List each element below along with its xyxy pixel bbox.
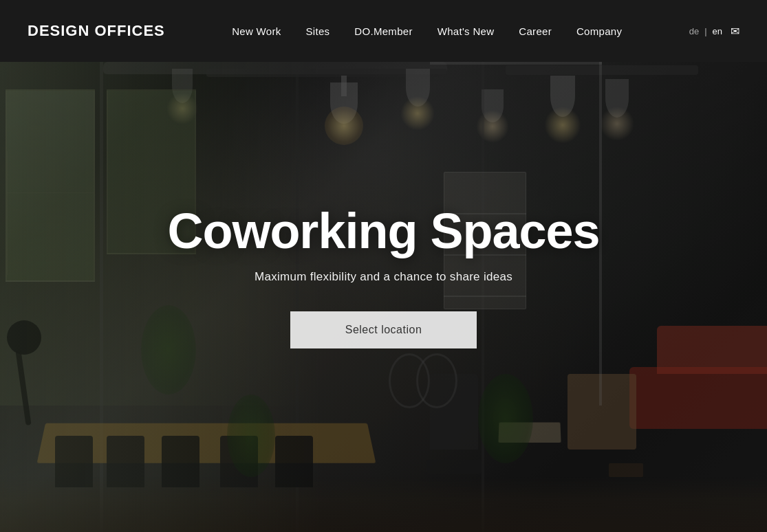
site-logo[interactable]: DESIGN OFFICES xyxy=(28,22,165,40)
lang-de[interactable]: de xyxy=(689,26,699,36)
header-right: de | en ✉ xyxy=(689,25,739,38)
nav-item-company[interactable]: Company xyxy=(576,25,622,37)
main-nav: New Work Sites DO.Member What's New Care… xyxy=(232,25,622,37)
hero-section: Coworking Spaces Maximum flexibility and… xyxy=(0,0,767,532)
mail-icon[interactable]: ✉ xyxy=(731,25,739,38)
lang-en[interactable]: en xyxy=(713,26,722,36)
hero-subtitle: Maximum flexibility and a chance to shar… xyxy=(255,270,512,284)
select-location-button[interactable]: Select location xyxy=(290,311,477,348)
nav-item-whats-new[interactable]: What's New xyxy=(437,25,495,37)
nav-item-new-work[interactable]: New Work xyxy=(232,25,281,37)
nav-item-career[interactable]: Career xyxy=(519,25,552,37)
nav-item-do-member[interactable]: DO.Member xyxy=(354,25,412,37)
hero-title: Coworking Spaces xyxy=(167,204,599,258)
site-header: DESIGN OFFICES New Work Sites DO.Member … xyxy=(0,0,767,62)
hero-content: Coworking Spaces Maximum flexibility and… xyxy=(0,0,767,532)
lang-separator: | xyxy=(704,26,706,36)
nav-item-sites[interactable]: Sites xyxy=(306,25,330,37)
